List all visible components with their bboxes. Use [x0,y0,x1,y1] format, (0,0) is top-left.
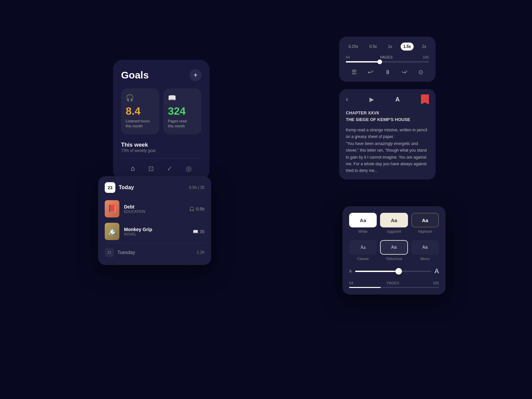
speed-05x[interactable]: 0.5x [367,43,380,51]
font-mono[interactable]: Aa Mono [411,240,439,261]
audio-stat-label: Listened hoursthis month [126,119,155,129]
mono-box[interactable]: Aa [411,240,439,255]
font-type-row: Aa Classic Aa Oldschool Aa Mono [349,240,439,261]
progress-fill [346,61,379,63]
font-theme-white[interactable]: Aa White [349,213,377,233]
reading-stat-value: 324 [168,105,197,117]
font-size-small-icon: A [349,269,352,274]
font-theme-nightowl[interactable]: Aa Nightowl [411,213,439,233]
pages-label: PAGES [380,55,392,59]
book-small-icon: 📖 [193,229,198,234]
book-icon: 📖 [168,94,197,102]
size-slider-fill [355,271,397,272]
headphone-small-icon: 🎧 [189,206,195,211]
tuesday-row: 21 Tuesday 1.2h [105,243,204,259]
this-week-title: This week [121,142,201,148]
debt-genre: EDUCATION [124,209,189,213]
oldschool-label: Oldschool [380,257,408,261]
pages-progress-fill [349,287,381,288]
size-slider-thumb [395,268,402,275]
font-oldschool[interactable]: Aa Oldschool [380,240,408,261]
monkey-grip-title: Monkey Grip [124,227,193,232]
font-classic[interactable]: Aa Classic [349,240,377,261]
today-meta: 0.5h | 35 [189,185,205,190]
monkey-grip-genre: NOVEL [124,232,193,236]
audio-stat-value: 8.4 [126,105,155,117]
speed-025x[interactable]: 0.25x [346,43,361,51]
speed-1x[interactable]: 1x [385,43,395,51]
mono-label: Mono [411,257,439,261]
pages-progress-bar[interactable] [349,287,439,288]
today-header: 23 Today 0.5h | 35 [105,182,204,193]
white-theme-box[interactable]: Aa [349,213,377,227]
page-start: 64 [346,55,350,59]
reader-card: ‹ ▶ A CHAPTER XXVIITHE SIEGE OF KEMP'S H… [339,89,436,180]
progress-thumb [377,60,382,64]
eggshell-theme-box[interactable]: Aa [380,213,408,227]
goals-title: Goals [121,69,149,81]
add-goal-button[interactable]: + [190,69,201,81]
today-card: 23 Today 0.5h | 35 📕 Debt EDUCATION 🎧 0.… [98,176,211,265]
reader-toolbar: ‹ ▶ A [339,89,436,110]
white-theme-label: White [349,229,377,233]
airplay-icon[interactable]: ⊙ [418,68,423,76]
goals-card: Goals + 🎧 8.4 Listened hoursthis month 📖… [113,60,209,180]
nightowl-theme-label: Nightowl [411,229,439,233]
progress-bar[interactable] [346,61,429,63]
pages-bar-row: 64 PAGES 165 [349,281,439,285]
font-size-row: A A [349,267,439,275]
monkey-grip-progress: 📖 35 [193,229,204,234]
playback-card: 0.25x 0.5x 1x 1.5x 2x 64 PAGES 165 ☰ ↩5 … [339,37,436,82]
classic-box[interactable]: Aa [349,240,377,255]
eggshell-theme-label: Eggshell [380,229,408,233]
font-icon[interactable]: A [395,96,400,103]
font-settings-panel: Aa White Aa Eggshell Aa Nightowl A [342,206,446,295]
page-end: 165 [423,55,429,59]
oldschool-box[interactable]: Aa [380,240,408,255]
speed-row: 0.25x 0.5x 1x 1.5x 2x [346,43,429,51]
nav-home-icon[interactable]: ⌂ [131,165,135,173]
bookmark-icon[interactable] [421,94,429,104]
tuesday-time: 1.2h [197,250,204,255]
rewind-icon[interactable]: ↩5 [368,69,373,75]
back-icon[interactable]: ‹ [346,95,348,104]
menu-icon[interactable]: ☰ [351,68,357,76]
nightowl-theme-box[interactable]: Aa [411,213,439,227]
reader-chapter: CHAPTER XXVIITHE SIEGE OF KEMP'S HOUSE K… [339,110,436,180]
reader-panel: 0.25x 0.5x 1x 1.5x 2x 64 PAGES 165 ☰ ↩5 … [339,37,436,180]
monkey-grip-cover: 🏔️ [105,223,119,240]
pause-icon[interactable]: ⏸ [385,69,391,76]
audio-stat-card: 🎧 8.4 Listened hoursthis month [121,88,159,134]
font-theme-eggshell[interactable]: Aa Eggshell [380,213,408,233]
debt-progress: 🎧 0.5h [189,206,204,211]
pages-center-label: PAGES [387,281,399,285]
speed-2x[interactable]: 2x [419,43,429,51]
font-size-slider[interactable] [355,271,431,272]
pages-end-label: 165 [433,281,439,285]
today-label: Today [119,185,134,191]
pages-start-label: 64 [349,281,353,285]
font-themes-row: Aa White Aa Eggshell Aa Nightowl [349,213,439,233]
reading-stat-label: Pages readthis month [168,119,197,129]
pages-row: 64 PAGES 165 [346,55,429,59]
playback-controls: ☰ ↩5 ⏸ ↪5 ⊙ [346,68,429,76]
book-item-debt[interactable]: 📕 Debt EDUCATION 🎧 0.5h [105,198,204,220]
font-size-large-icon: A [435,267,439,275]
forward-icon[interactable]: ↪5 [402,69,407,75]
chapter-title: CHAPTER XXVIITHE SIEGE OF KEMP'S HOUSE [346,110,429,123]
nav-discover-icon[interactable]: ◎ [186,165,192,173]
book-item-monkey-grip[interactable]: 🏔️ Monkey Grip NOVEL 📖 35 [105,220,204,243]
classic-label: Classic [349,257,377,261]
tuesday-badge: 21 [105,248,114,257]
this-week-section: This week 73% of weekly goal [121,142,201,153]
stats-row: 🎧 8.4 Listened hoursthis month 📖 324 Pag… [121,88,201,134]
headphone-icon: 🎧 [126,94,155,102]
speed-15x[interactable]: 1.5x [401,43,414,51]
nav-bookmark-icon[interactable]: ⊡ [148,165,154,173]
play-icon[interactable]: ▶ [369,96,374,103]
nav-check-icon[interactable]: ✓ [167,165,173,173]
debt-title: Debt [124,204,189,209]
chapter-text: Kemp read a strange missive, written in … [346,127,429,174]
debt-info: Debt EDUCATION [124,204,189,213]
debt-cover: 📕 [105,200,119,217]
